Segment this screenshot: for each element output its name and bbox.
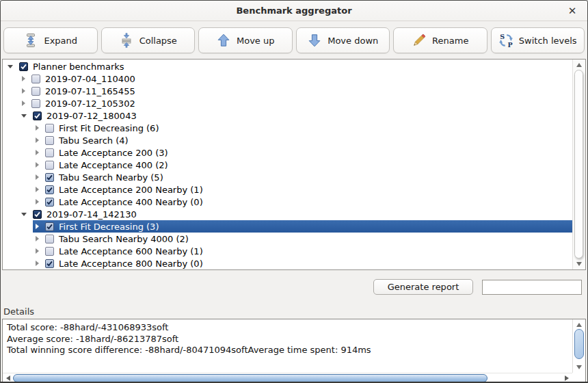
tree-row: Tabu Search Nearby (5) bbox=[3, 171, 572, 183]
tree-item-label: First Fit Decreasing (6) bbox=[59, 123, 159, 133]
svg-text:S: S bbox=[500, 33, 505, 40]
toolbar: Expand Collapse Move up Move down Rename… bbox=[1, 21, 587, 59]
details-scroll-right-button[interactable] bbox=[562, 373, 572, 383]
expand-arrow-icon[interactable] bbox=[22, 101, 25, 106]
details-vscrollbar-thumb[interactable] bbox=[574, 329, 584, 359]
toolbar-button-label: Collapse bbox=[139, 36, 177, 46]
tree-checkbox-unchecked[interactable] bbox=[45, 161, 54, 170]
expand-arrow-icon[interactable] bbox=[22, 76, 25, 81]
close-icon[interactable]: ✕ bbox=[565, 4, 579, 18]
tree-item-late-acceptance-200-3[interactable]: Late Acceptance 200 (3) bbox=[33, 146, 572, 159]
tree-item-first-fit-decreasing-6[interactable]: First Fit Decreasing (6) bbox=[33, 122, 572, 134]
tree-checkbox-unchecked[interactable] bbox=[45, 136, 54, 145]
tree-item-label: Late Acceptance 200 (3) bbox=[59, 148, 168, 158]
expand-arrow-icon[interactable] bbox=[36, 125, 39, 131]
tree-vertical-scrollbar[interactable] bbox=[572, 60, 585, 269]
toolbar-button-move-up[interactable]: Move up bbox=[198, 27, 293, 53]
expand-arrow-icon[interactable] bbox=[36, 224, 39, 229]
collapse-arrow-icon[interactable] bbox=[21, 114, 27, 118]
collapse-arrow-icon[interactable] bbox=[8, 65, 13, 68]
expand-arrow-icon[interactable] bbox=[36, 162, 39, 168]
tree-item-first-fit-decreasing-3[interactable]: First Fit Decreasing (3) bbox=[33, 220, 572, 233]
details-scroll-down-button[interactable] bbox=[573, 362, 585, 372]
switch-levels-icon: S P bbox=[498, 33, 513, 48]
collapse-arrow-icon[interactable] bbox=[21, 213, 27, 216]
tree-checkbox-unchecked[interactable] bbox=[31, 75, 40, 83]
details-panel: Total score: -88hard/-431068933softAvera… bbox=[2, 319, 586, 383]
tree-checkbox-checked-dark[interactable] bbox=[33, 111, 42, 120]
expand-arrow-icon[interactable] bbox=[36, 261, 39, 266]
tree-item-label: Planner benchmarks bbox=[33, 62, 124, 72]
details-horizontal-scrollbar[interactable] bbox=[3, 373, 572, 383]
toolbar-button-move-down[interactable]: Move down bbox=[296, 27, 390, 53]
tree-row: 2019-07-14_142130 bbox=[3, 208, 572, 220]
tree-checkbox-unchecked[interactable] bbox=[45, 124, 54, 133]
benchmark-tree-panel: Planner benchmarks2019-07-04_1104002019-… bbox=[2, 59, 586, 270]
tree-item-2019-07-11-165455[interactable]: 2019-07-11_165455 bbox=[19, 85, 572, 97]
tree-item-late-acceptance-600-nearby-1[interactable]: Late Acceptance 600 Nearby (1) bbox=[33, 245, 572, 257]
tree-item-late-acceptance-400-nearby-0[interactable]: Late Acceptance 400 Nearby (0) bbox=[33, 196, 572, 208]
tree-item-2019-07-12-105302[interactable]: 2019-07-12_105302 bbox=[19, 97, 572, 109]
tree-item-2019-07-04-110400[interactable]: 2019-07-04_110400 bbox=[19, 72, 572, 85]
details-vertical-scrollbar[interactable] bbox=[572, 319, 585, 373]
tree-item-planner-benchmarks[interactable]: Planner benchmarks bbox=[5, 60, 572, 72]
generate-report-button[interactable]: Generate report bbox=[373, 279, 473, 295]
toolbar-button-expand[interactable]: Expand bbox=[3, 27, 98, 53]
tree-checkbox-unchecked[interactable] bbox=[31, 99, 40, 108]
scroll-right-icon bbox=[565, 375, 569, 381]
tree-indent bbox=[3, 233, 33, 245]
tree-indent bbox=[3, 257, 33, 269]
tree-row: First Fit Decreasing (6) bbox=[3, 122, 572, 134]
tree-item-2019-07-14-142130[interactable]: 2019-07-14_142130 bbox=[19, 208, 572, 220]
titlebar[interactable]: Benchmark aggregator ✕ bbox=[1, 1, 587, 21]
tree-indent bbox=[3, 220, 33, 233]
expand-arrow-icon[interactable] bbox=[36, 174, 39, 180]
tree-checkbox-checked[interactable] bbox=[45, 198, 54, 207]
details-line: Total winning score difference: -88hard/… bbox=[7, 345, 567, 356]
tree-item-tabu-search-4[interactable]: Tabu Search (4) bbox=[33, 134, 572, 146]
tree-scroll-up-button[interactable] bbox=[573, 60, 585, 70]
tree-item-label: Tabu Search Nearby 4000 (2) bbox=[59, 234, 189, 244]
tree-checkbox-unchecked[interactable] bbox=[45, 247, 54, 256]
expand-arrow-icon[interactable] bbox=[36, 137, 39, 143]
tree-checkbox-checked[interactable] bbox=[45, 259, 54, 268]
tree-item-late-acceptance-200-nearby-1[interactable]: Late Acceptance 200 Nearby (1) bbox=[33, 183, 572, 196]
expand-arrow-icon[interactable] bbox=[36, 248, 39, 254]
tree-checkbox-unchecked[interactable] bbox=[31, 87, 40, 96]
tree-checkbox-checked[interactable] bbox=[45, 173, 54, 182]
expand-arrow-icon[interactable] bbox=[36, 150, 39, 155]
details-scroll-left-button[interactable] bbox=[3, 373, 13, 383]
tree-indent bbox=[3, 245, 33, 257]
tree-item-tabu-search-nearby-5[interactable]: Tabu Search Nearby (5) bbox=[33, 171, 572, 183]
tree-checkbox-unchecked[interactable] bbox=[45, 235, 54, 243]
tree-indent bbox=[3, 196, 33, 208]
details-scroll-up-button[interactable] bbox=[573, 320, 585, 330]
toolbar-button-collapse[interactable]: Collapse bbox=[101, 27, 196, 53]
tree-checkbox-unchecked[interactable] bbox=[45, 148, 54, 157]
toolbar-button-label: Switch levels bbox=[519, 36, 577, 46]
tree-item-tabu-search-nearby-4000-2[interactable]: Tabu Search Nearby 4000 (2) bbox=[33, 233, 572, 245]
tree-item-late-acceptance-400-2[interactable]: Late Acceptance 400 (2) bbox=[33, 159, 572, 171]
expand-arrow-icon[interactable] bbox=[36, 236, 39, 241]
tree-item-label: Late Acceptance 400 Nearby (0) bbox=[59, 197, 203, 207]
expand-arrow-icon[interactable] bbox=[36, 199, 39, 204]
expand-arrow-icon[interactable] bbox=[36, 187, 39, 192]
tree-item-2019-07-12-180043[interactable]: 2019-07-12_180043 bbox=[19, 109, 572, 122]
toolbar-button-switch-levels[interactable]: S P Switch levels bbox=[491, 27, 585, 53]
details-text: Total score: -88hard/-431068933softAvera… bbox=[3, 319, 585, 356]
toolbar-button-label: Move down bbox=[328, 36, 378, 46]
tree-checkbox-checked-dark[interactable] bbox=[19, 62, 28, 71]
collapse-icon bbox=[119, 33, 134, 48]
tree-item-late-acceptance-800-nearby-0[interactable]: Late Acceptance 800 Nearby (0) bbox=[33, 257, 572, 269]
tree-indent bbox=[3, 146, 33, 159]
tree-scrollbar-thumb[interactable] bbox=[574, 70, 583, 259]
toolbar-button-rename[interactable]: Rename bbox=[393, 27, 487, 53]
expand-arrow-icon[interactable] bbox=[22, 88, 25, 94]
tree-scroll-down-button[interactable] bbox=[573, 259, 585, 269]
report-name-input[interactable] bbox=[482, 280, 582, 295]
details-hscrollbar-thumb[interactable] bbox=[13, 374, 487, 382]
scroll-up-icon bbox=[576, 63, 582, 67]
tree-checkbox-checked[interactable] bbox=[45, 222, 54, 231]
tree-checkbox-checked-dark[interactable] bbox=[33, 210, 42, 219]
tree-checkbox-checked[interactable] bbox=[45, 185, 54, 194]
